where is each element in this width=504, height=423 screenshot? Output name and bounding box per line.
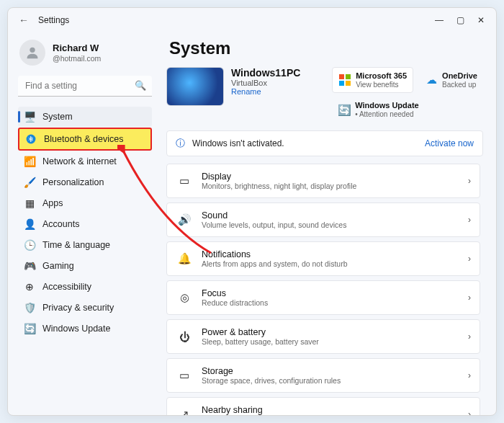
card-display[interactable]: ▭DisplayMonitors, brightness, night ligh… (166, 164, 480, 198)
notifications-icon: 🔔 (176, 252, 193, 265)
app-title: Settings (38, 15, 69, 25)
card-title: Sound (202, 210, 468, 221)
sidebar-item-personalization[interactable]: 🖌️Personalization (18, 172, 152, 192)
time-language-icon: 🕒 (24, 239, 35, 251)
device-row: Windows11PC VirtualBox Rename Microsoft … (166, 67, 483, 122)
card-title: Focus (202, 288, 468, 298)
device-type: VirtualBox (231, 79, 325, 87)
sidebar-item-label: Time & language (42, 240, 110, 250)
maximize-button[interactable]: ▢ (456, 15, 464, 25)
close-button[interactable]: ✕ (477, 15, 485, 25)
settings-cards[interactable]: ▭DisplayMonitors, brightness, night ligh… (166, 164, 483, 415)
activation-banner: ⓘ Windows isn't activated. Activate now (166, 130, 483, 156)
sidebar-item-bluetooth-devices[interactable]: Bluetooth & devices (18, 128, 152, 151)
sidebar-item-label: Gaming (42, 261, 74, 271)
sidebar-item-label: Accessibility (42, 282, 91, 292)
promo-onedrive[interactable]: ☁ OneDrive Backed up (419, 67, 483, 93)
avatar (19, 40, 45, 66)
sound-icon: 🔊 (176, 213, 193, 226)
card-storage[interactable]: ▭StorageStorage space, drives, configura… (166, 358, 480, 393)
sidebar-item-time-language[interactable]: 🕒Time & language (18, 235, 152, 255)
power-battery-icon: ⏻ (176, 331, 193, 343)
chevron-right-icon: › (468, 370, 471, 380)
promo-ms365[interactable]: Microsoft 365 View benefits (332, 67, 413, 93)
promo-onedrive-sub: Backed up (442, 81, 477, 89)
sidebar-item-network-internet[interactable]: 📶Network & internet (18, 151, 152, 172)
card-notifications[interactable]: 🔔NotificationsAlerts from apps and syste… (166, 241, 480, 276)
device-name: Windows11PC (231, 67, 325, 79)
card-subtitle: Storage space, drives, configuration rul… (202, 376, 468, 385)
search-box[interactable]: 🔍 (18, 76, 152, 97)
chevron-right-icon: › (468, 254, 471, 264)
promo-update[interactable]: 🔄 Windows Update • Attention needed (332, 97, 483, 122)
promo-column: Microsoft 365 View benefits ☁ OneDrive B… (332, 67, 483, 122)
info-icon: ⓘ (176, 137, 185, 150)
windows-update-icon: 🔄 (24, 323, 35, 334)
accounts-icon: 👤 (24, 218, 35, 230)
chevron-right-icon: › (468, 409, 471, 415)
sidebar-item-privacy-security[interactable]: 🛡️Privacy & security (18, 298, 152, 318)
microsoft-icon (338, 74, 351, 86)
nearby-sharing-icon: ↗ (176, 408, 193, 415)
sidebar-item-label: Network & internet (42, 156, 117, 166)
chevron-right-icon: › (468, 331, 471, 342)
card-subtitle: Alerts from apps and system, do not dist… (202, 259, 468, 268)
chevron-right-icon: › (468, 176, 471, 186)
sidebar-item-windows-update[interactable]: 🔄Windows Update (18, 319, 152, 339)
page-title: System (169, 38, 483, 58)
bluetooth-devices-icon (25, 133, 37, 145)
activation-text: Windows isn't activated. (192, 138, 284, 148)
apps-icon: ▦ (24, 197, 35, 209)
system-icon: 🖥️ (24, 111, 35, 123)
search-input[interactable] (18, 76, 152, 97)
card-subtitle: Sleep, battery usage, battery saver (202, 337, 468, 346)
card-sound[interactable]: 🔊SoundVolume levels, output, input, soun… (166, 202, 480, 237)
rename-link[interactable]: Rename (231, 87, 325, 96)
gaming-icon: 🎮 (24, 260, 35, 272)
network-internet-icon: 📶 (24, 156, 35, 167)
minimize-button[interactable]: — (435, 15, 444, 25)
device-info: Windows11PC VirtualBox Rename (231, 67, 325, 96)
focus-icon: ◎ (176, 291, 193, 304)
card-nearby-sharing[interactable]: ↗Nearby sharingDiscoverability, received… (166, 397, 480, 415)
update-icon: 🔄 (338, 103, 351, 116)
nav-list: 🖥️SystemBluetooth & devices📶Network & in… (18, 107, 152, 339)
sidebar: Richard W @hotmail.com 🔍 🖥️SystemBluetoo… (8, 32, 159, 415)
sidebar-item-label: Accounts (42, 219, 79, 229)
sidebar-item-system[interactable]: 🖥️System (18, 107, 152, 127)
content-area: Richard W @hotmail.com 🔍 🖥️SystemBluetoo… (8, 32, 496, 415)
profile-email: @hotmail.com (53, 54, 101, 63)
card-focus[interactable]: ◎FocusReduce distractions› (166, 280, 480, 315)
back-button[interactable]: ← (14, 14, 34, 26)
profile-text: Richard W @hotmail.com (53, 43, 101, 63)
profile-name: Richard W (53, 43, 101, 54)
sidebar-item-label: System (42, 112, 73, 122)
main-panel: System Windows11PC VirtualBox Rename Mic… (159, 32, 496, 415)
sidebar-item-accounts[interactable]: 👤Accounts (18, 214, 152, 234)
user-icon (24, 45, 40, 61)
cloud-icon: ☁ (425, 74, 438, 86)
sidebar-item-apps[interactable]: ▦Apps (18, 193, 152, 213)
sidebar-item-label: Apps (42, 198, 63, 208)
promo-ms365-title: Microsoft 365 (356, 71, 407, 81)
sidebar-item-gaming[interactable]: 🎮Gaming (18, 256, 152, 276)
card-title: Display (202, 172, 468, 182)
promo-update-sub: • Attention needed (355, 110, 419, 119)
promo-ms365-sub: View benefits (356, 81, 407, 89)
sidebar-item-label: Windows Update (42, 324, 111, 334)
settings-window: ← Settings — ▢ ✕ Richard W @hotmail.com … (7, 7, 497, 416)
sidebar-item-label: Personalization (42, 177, 104, 187)
privacy-security-icon: 🛡️ (24, 302, 35, 313)
card-subtitle: Monitors, brightness, night light, displ… (202, 182, 468, 190)
profile-block[interactable]: Richard W @hotmail.com (19, 40, 152, 66)
card-title: Storage (202, 366, 468, 376)
titlebar: ← Settings — ▢ ✕ (8, 8, 496, 32)
card-title: Power & battery (202, 327, 468, 337)
sidebar-item-accessibility[interactable]: ⊕Accessibility (18, 277, 152, 297)
activate-link[interactable]: Activate now (425, 138, 474, 148)
card-title: Notifications (202, 249, 468, 259)
card-power-battery[interactable]: ⏻Power & batterySleep, battery usage, ba… (166, 319, 480, 354)
card-subtitle: Volume levels, output, input, sound devi… (202, 221, 468, 229)
promo-onedrive-title: OneDrive (442, 71, 477, 81)
chevron-right-icon: › (468, 215, 471, 225)
